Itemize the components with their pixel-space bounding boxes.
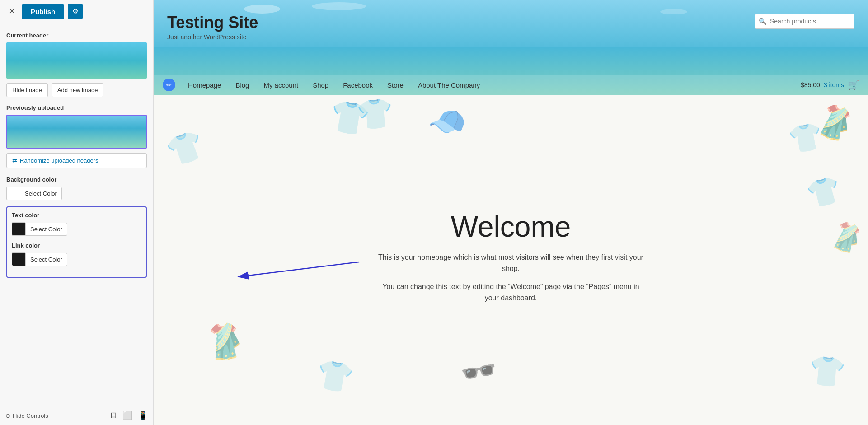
site-subtitle: Just another WordPress site — [167, 33, 258, 41]
deco-shirt-bottom-right: 👕 — [807, 353, 847, 391]
search-icon: 🔍 — [759, 18, 766, 25]
text-select-color-button[interactable]: Select Color — [25, 223, 67, 236]
search-container: 🔍 — [755, 14, 854, 29]
nav-homepage[interactable]: Homepage — [181, 81, 228, 89]
hide-controls-icon: ⊙ — [5, 412, 10, 419]
link-color-picker: Select Color — [12, 252, 141, 266]
cart-icon[interactable]: 🛒 — [848, 79, 859, 90]
text-color-label: Text color — [12, 212, 141, 219]
top-bar: ✕ Publish ⚙ — [0, 0, 153, 23]
add-new-image-button[interactable]: Add new image — [52, 83, 104, 97]
bottom-bar: ⊙ Hide Controls 🖥 ⬜ 📱 — [0, 406, 153, 425]
welcome-title: Welcome — [375, 210, 647, 243]
nav-store[interactable]: Store — [380, 81, 411, 89]
site-preview: Testing Site Just another WordPress site… — [154, 0, 868, 425]
deco-cap: 🧢 — [426, 100, 470, 142]
nav-shop[interactable]: Shop — [305, 81, 336, 89]
gear-button[interactable]: ⚙ — [68, 4, 83, 19]
background-select-color-button[interactable]: Select Color — [20, 187, 62, 200]
color-group-highlighted: Text color Select Color Link color Selec… — [6, 206, 147, 278]
text-color-picker: Select Color — [12, 222, 141, 236]
tablet-icon-button[interactable]: ⬜ — [122, 411, 132, 420]
site-title: Testing Site — [167, 14, 258, 32]
cart-price: $85.00 — [801, 81, 820, 89]
nav-cart-area: $85.00 3 items 🛒 — [801, 79, 859, 90]
deco-sunglasses: 🕶️ — [458, 352, 500, 392]
background-color-label: Background color — [6, 176, 147, 183]
background-color-swatch[interactable] — [6, 187, 20, 200]
link-select-color-button[interactable]: Select Color — [25, 253, 67, 266]
site-main: 👕 👕 🧢 👕 🥻 👕 🥻 🕶️ 👕 👕 👕 🥻 — [154, 95, 868, 425]
randomize-button[interactable]: ⇄ Randomize uploaded headers — [6, 153, 147, 168]
deco-shirt-2: 👕 — [356, 96, 395, 133]
deco-hoodie-bottom: 👕 — [314, 356, 356, 397]
nav-edit-button[interactable]: ✏ — [163, 79, 175, 91]
welcome-section: Welcome This is your homepage which is w… — [375, 210, 647, 310]
close-button[interactable]: ✕ — [5, 5, 18, 18]
background-color-picker: Select Color — [6, 187, 147, 200]
site-title-area: Testing Site Just another WordPress site — [167, 14, 258, 41]
mobile-icon-button[interactable]: 📱 — [138, 411, 148, 420]
hide-controls-button[interactable]: ⊙ Hide Controls — [5, 412, 48, 419]
publish-button[interactable]: Publish — [22, 4, 64, 19]
arrow-annotation — [242, 257, 359, 285]
randomize-icon: ⇄ — [12, 157, 17, 164]
cart-items-count: 3 items — [824, 81, 844, 89]
svg-line-1 — [249, 262, 359, 276]
image-controls: Hide image Add new image — [6, 83, 147, 97]
deco-jacket-right-mid: 🥻 — [825, 216, 868, 258]
nav-facebook[interactable]: Facebook — [336, 81, 380, 89]
welcome-text-2: You can change this text by editing the … — [375, 281, 647, 304]
previously-uploaded-image[interactable] — [6, 115, 147, 149]
hide-controls-label: Hide Controls — [13, 412, 48, 419]
current-header-label: Current header — [6, 32, 147, 39]
previously-uploaded-label: Previously uploaded — [6, 104, 147, 111]
nav-my-account[interactable]: My account — [256, 81, 305, 89]
header-preview-image — [6, 42, 147, 79]
text-color-swatch[interactable] — [12, 222, 25, 236]
site-nav: ✏ Homepage Blog My account Shop Facebook… — [154, 75, 868, 95]
deco-polo-right: 👕 — [803, 173, 845, 212]
nav-about[interactable]: About The Company — [411, 81, 487, 89]
site-hero: Testing Site Just another WordPress site… — [154, 0, 868, 95]
search-input[interactable] — [755, 14, 854, 29]
panel-content: Current header Hide image Add new image … — [0, 23, 153, 406]
deco-jacket-bottom-left: 🥻 — [202, 320, 247, 364]
deco-jacket-right: 🥻 — [810, 98, 860, 147]
desktop-icon-button[interactable]: 🖥 — [109, 411, 117, 420]
link-color-swatch[interactable] — [12, 252, 25, 266]
link-color-label: Link color — [12, 242, 141, 249]
hide-image-button[interactable]: Hide image — [6, 83, 48, 97]
deco-hoodie-left: 👕 — [162, 126, 208, 170]
device-icons: 🖥 ⬜ 📱 — [109, 411, 148, 420]
deco-shirt-right: 👕 — [786, 119, 825, 157]
search-bar-wrap: 🔍 — [755, 14, 854, 29]
customizer-panel: ✕ Publish ⚙ Current header Hide image Ad… — [0, 0, 154, 425]
nav-blog[interactable]: Blog — [228, 81, 256, 89]
deco-shirt-1: 👕 — [327, 96, 372, 140]
randomize-label: Randomize uploaded headers — [20, 157, 98, 164]
welcome-text-1: This is your homepage which is what most… — [375, 251, 647, 274]
